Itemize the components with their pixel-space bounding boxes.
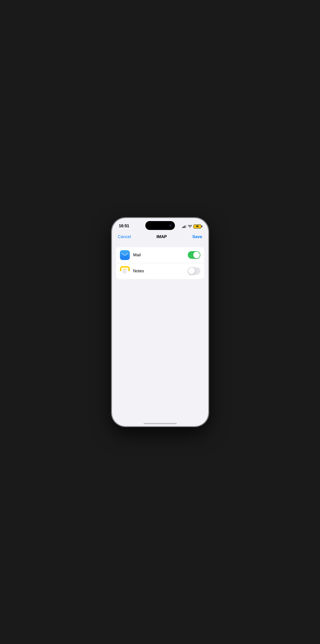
notes-toggle-thumb [188,268,195,274]
phone-screen: 16:51 [112,218,208,426]
signal-bar-4 [186,225,187,228]
notes-label: Notes [133,269,188,274]
signal-bar-2 [183,226,184,228]
mail-toggle-thumb [193,252,200,258]
home-indicator [144,423,177,424]
notes-row: Notes [116,263,204,279]
cancel-button[interactable]: Cancel [118,234,131,239]
mail-row: Mail [116,247,204,263]
mail-label: Mail [133,252,188,258]
battery-icon: 46 [193,224,201,228]
phone-wrapper: 16:51 [112,218,208,426]
notes-line-2 [123,270,127,270]
signal-bar-3 [185,226,185,228]
status-right: 46 [182,224,201,228]
status-time: 16:51 [119,224,129,228]
svg-rect-0 [122,252,128,258]
mail-envelope-icon [122,252,128,258]
notes-line-4 [123,272,127,273]
settings-card: Mail [116,247,204,279]
signal-bars-icon [182,225,187,228]
notes-lines-icon [121,268,128,274]
notes-app-icon [120,266,130,276]
signal-bar-1 [182,227,183,228]
page-title: IMAP [156,234,167,239]
navigation-bar: Cancel IMAP Save [112,230,208,242]
notes-line-3 [123,271,126,272]
mail-toggle[interactable] [188,251,200,259]
camera-indicator [169,224,172,227]
save-button[interactable]: Save [192,234,202,239]
notes-toggle-track [188,267,200,275]
dynamic-island [145,221,175,230]
wifi-icon [188,225,192,228]
phone-body: 16:51 [112,218,208,426]
content-area: Mail [112,242,208,284]
notes-line-1 [123,269,127,270]
notes-toggle[interactable] [188,267,200,275]
mail-app-icon [120,250,130,260]
mail-toggle-track [188,251,200,259]
